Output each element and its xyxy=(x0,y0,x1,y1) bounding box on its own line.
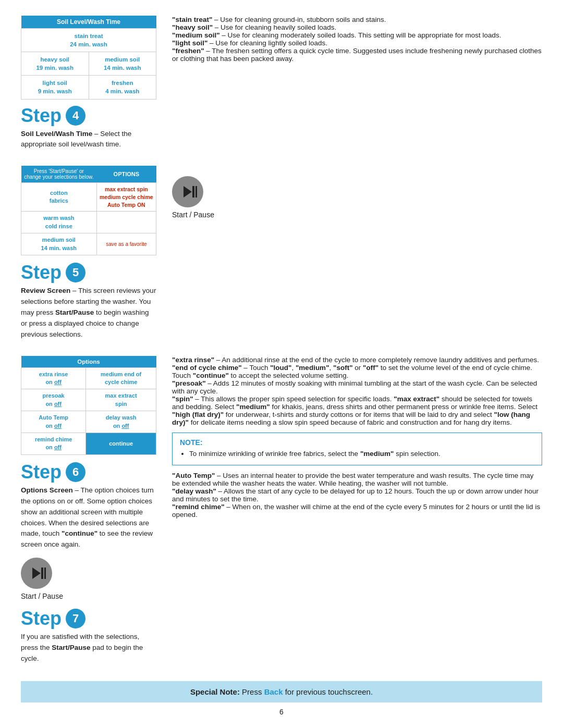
entry-delay-wash-text: "delay wash" – Allows the start of any c… xyxy=(172,487,542,503)
opt-max-extract[interactable]: max extractspin xyxy=(86,389,156,411)
review-table: Press 'Start/Pause' orchange your select… xyxy=(21,166,156,255)
entry-light-soil: "light soil" – Use for cleaning lightly … xyxy=(172,39,542,47)
opt-auto-temp[interactable]: Auto Tempon off xyxy=(21,411,86,433)
step6-desc: Options Screen – The option choices turn… xyxy=(21,485,156,551)
key-end-cycle: "end of cycle chime" xyxy=(172,364,242,372)
note-list: To minimize wrinkling of wrinkle free fa… xyxy=(189,449,534,460)
entry-stain-treat: "stain treat" – Use for cleaning ground-… xyxy=(172,16,542,23)
soil-light: light soil9 min. wash xyxy=(21,76,89,99)
special-note-back: Back xyxy=(264,687,283,696)
review-medium-soil[interactable]: medium soil14 min. wash xyxy=(21,233,97,255)
step7-num: 7 xyxy=(66,609,85,628)
step4-title: Soil Level/Wash Time xyxy=(21,130,92,138)
note-item: To minimize wrinkling of wrinkle free fa… xyxy=(189,449,534,460)
soil-level-table: Soil Level/Wash Time stain treat24 min. … xyxy=(21,16,156,100)
review-cotton[interactable]: cottonfabrics xyxy=(21,183,97,212)
step5-label: Step xyxy=(21,262,62,283)
start-pause-label-step5: Start / Pause xyxy=(172,211,214,219)
entry-remind-chime-text: "remind chime" – When on, the washer wil… xyxy=(172,503,542,519)
entry-auto-temp-text: "Auto Temp" – Uses an internal heater to… xyxy=(172,472,542,487)
key-extra-rinse: "extra rinse" xyxy=(172,356,214,364)
step5-bold: Start/Pause xyxy=(55,309,94,316)
entry-auto-temp: "Auto Temp" – Uses an internal heater to… xyxy=(172,472,542,487)
step4-heading: Step 4 xyxy=(21,105,156,127)
svg-rect-1 xyxy=(192,186,194,198)
step4-label: Step xyxy=(21,105,62,127)
special-note-text: Special Note: Press Back for previous to… xyxy=(190,687,373,696)
note-title: NOTE: xyxy=(180,438,534,447)
key-light-soil: "light soil" xyxy=(172,39,207,47)
options-table: Options extra rinseon off medium end ofc… xyxy=(21,356,156,455)
key-remind-chime: "remind chime" xyxy=(172,503,225,511)
key-medium-soil: "medium soil" xyxy=(172,31,220,39)
step6-num: 6 xyxy=(66,462,85,482)
options-table-header: Options xyxy=(21,356,156,368)
opt-continue[interactable]: continue xyxy=(86,433,156,454)
step4-section: Soil Level/Wash Time stain treat24 min. … xyxy=(21,16,542,157)
step6-label: Step xyxy=(21,461,62,483)
start-pause-button-step6[interactable] xyxy=(21,558,52,589)
page-number: 6 xyxy=(21,708,542,716)
key-heavy-soil: "heavy soil" xyxy=(172,23,213,31)
entry-delay-wash: "delay wash" – Allows the start of any c… xyxy=(172,487,542,503)
step6-section: Options extra rinseon off medium end ofc… xyxy=(21,356,542,672)
soil-table-header: Soil Level/Wash Time xyxy=(21,16,156,29)
svg-rect-4 xyxy=(41,567,43,579)
entry-heavy-soil-text: "heavy soil" – Use for cleaning heavily … xyxy=(172,23,542,31)
step7-label: Step xyxy=(21,608,62,630)
svg-marker-3 xyxy=(32,567,41,579)
step6-title: Options Screen xyxy=(21,486,73,494)
special-note-bar: Special Note: Press Back for previous to… xyxy=(21,681,542,702)
step4-right: "stain treat" – Use for cleaning ground-… xyxy=(172,16,542,157)
key-freshen: "freshen" xyxy=(172,47,204,55)
step6-heading: Step 6 xyxy=(21,461,156,483)
step4-left: Soil Level/Wash Time stain treat24 min. … xyxy=(21,16,156,157)
step7-heading: Step 7 xyxy=(21,608,156,630)
special-note-strong: Special Note: xyxy=(190,687,240,696)
entry-remind-chime: "remind chime" – When on, the washer wil… xyxy=(172,503,542,519)
step5-num: 5 xyxy=(66,263,85,282)
entry-end-cycle-chime: "end of cycle chime" – Touch "loud", "me… xyxy=(172,364,542,379)
step5-left: Press 'Start/Pause' orchange your select… xyxy=(21,166,156,347)
soil-heavy: heavy soil19 min. wash xyxy=(21,52,89,76)
step5-right: Start / Pause xyxy=(172,166,542,347)
entry-presoak: "presoak" – Adds 12 minutes of mostly so… xyxy=(172,379,542,395)
step4-desc: Soil Level/Wash Time – Select the approp… xyxy=(21,129,156,151)
entry-freshen-text: "freshen" – The freshen setting offers a… xyxy=(172,47,542,63)
entry-end-cycle-text: "end of cycle chime" – Touch "loud", "me… xyxy=(172,364,542,379)
soil-stain-treat: stain treat24 min. wash xyxy=(21,29,156,52)
key-auto-temp: "Auto Temp" xyxy=(172,472,215,479)
soil-medium: medium soil14 min. wash xyxy=(89,52,156,76)
step5-heading: Step 5 xyxy=(21,262,156,283)
step5-desc: Review Screen – This screen reviews your… xyxy=(21,286,156,340)
step5-title: Review Screen xyxy=(21,287,70,294)
step5-section: Press 'Start/Pause' orchange your select… xyxy=(21,166,542,347)
review-options-col: max extract spinmedium cycle chimeAuto T… xyxy=(96,183,156,212)
note-box: NOTE: To minimize wrinkling of wrinkle f… xyxy=(172,433,542,465)
key-delay-wash: "delay wash" xyxy=(172,487,216,495)
step7-bold: Start/Pause xyxy=(52,644,90,651)
review-warm-wash[interactable]: warm washcold rinse xyxy=(21,212,97,233)
step7-desc: If you are satisfied with the selections… xyxy=(21,632,156,664)
key-presoak: "presoak" xyxy=(172,379,206,387)
entry-spin-text: "spin" – This allows the proper spin spe… xyxy=(172,395,542,426)
opt-presoak[interactable]: presoakon off xyxy=(21,389,86,411)
key-spin: "spin" xyxy=(172,395,193,403)
start-pause-button-step5[interactable] xyxy=(172,176,203,207)
entry-light-soil-text: "light soil" – Use for cleaning lightly … xyxy=(172,39,542,47)
key-stain-treat: "stain treat" xyxy=(172,16,212,23)
review-table-header-right: OPTIONS xyxy=(96,166,156,183)
start-pause-container-step6: Start / Pause xyxy=(21,558,156,600)
entry-heavy-soil: "heavy soil" – Use for cleaning heavily … xyxy=(172,23,542,31)
step4-num: 4 xyxy=(66,106,85,126)
opt-medium-end[interactable]: medium end ofcycle chime xyxy=(86,367,156,389)
review-save[interactable]: save as a favorite xyxy=(96,233,156,255)
opt-extra-rinse[interactable]: extra rinseon off xyxy=(21,367,86,389)
step6-left: Options extra rinseon off medium end ofc… xyxy=(21,356,156,672)
step6-bold: "continue" xyxy=(62,529,97,537)
entry-spin: "spin" – This allows the proper spin spe… xyxy=(172,395,542,426)
opt-remind-chime[interactable]: remind chimeon off xyxy=(21,433,86,454)
entry-stain-treat-text: "stain treat" – Use for cleaning ground-… xyxy=(172,16,542,23)
opt-delay-wash[interactable]: delay washon off xyxy=(86,411,156,433)
review-table-header-left: Press 'Start/Pause' orchange your select… xyxy=(21,166,97,183)
